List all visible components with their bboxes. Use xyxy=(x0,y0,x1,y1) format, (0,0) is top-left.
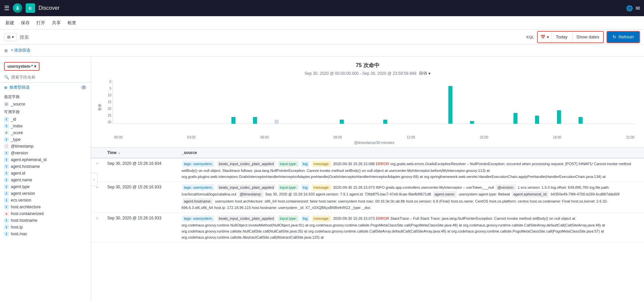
version-badge[interactable]: @version: xyxy=(496,184,516,191)
chart-bar[interactable] xyxy=(557,110,561,124)
search-input[interactable] xyxy=(20,34,524,40)
agent-host-badge[interactable]: agent.hostname: xyxy=(182,198,213,205)
log-badge[interactable]: log xyxy=(301,184,309,191)
field-score[interactable]: # _score xyxy=(0,129,91,136)
show-dates-button[interactable]: Show dates xyxy=(572,32,604,42)
ephemeral-badge[interactable]: agent.ephemeral_id: xyxy=(512,191,549,198)
codec-badge[interactable]: beats_input_codec_plain_applied xyxy=(217,215,276,222)
chart-wrap: 数量 30 25 20 15 10 5 0 xyxy=(99,80,636,134)
t-icon: t xyxy=(4,164,9,169)
clock-icon: 🕐 xyxy=(4,144,9,149)
results-table: Time ↓ _source › Sep 30, 2020 @ 15:26:16… xyxy=(91,148,644,302)
log-badge[interactable]: log xyxy=(301,161,309,167)
th-expand xyxy=(96,150,107,155)
save-button[interactable]: 保存 xyxy=(21,19,30,27)
source-type-icon: ⊙ xyxy=(4,102,9,107)
field-id[interactable]: t _id xyxy=(0,116,91,123)
chevron-down-icon: ▾ xyxy=(34,64,36,69)
tag-badge[interactable]: tags: usersystem, xyxy=(182,184,215,191)
row-expand-button[interactable]: › xyxy=(96,160,107,166)
field-host-mac[interactable]: t host.mac xyxy=(0,231,91,237)
tag-badge[interactable]: tags: usersystem, xyxy=(182,161,215,167)
row-expand-button[interactable]: › xyxy=(96,215,107,220)
index-pattern-label: usersystem-* xyxy=(7,64,33,69)
field-source[interactable]: ⊙ _source xyxy=(0,101,91,108)
field-host-arch[interactable]: t host.architecture xyxy=(0,204,91,210)
message-badge[interactable]: message: xyxy=(312,184,331,191)
table-row: › Sep 30, 2020 @ 15:26:16.933 tags: user… xyxy=(91,182,644,213)
add-filter-button[interactable]: + 添加筛选 xyxy=(11,48,30,53)
chart-bar[interactable] xyxy=(513,113,517,124)
agent-name-badge[interactable]: agent.name: xyxy=(433,191,457,198)
field-agent-id[interactable]: t agent.id xyxy=(0,170,91,177)
refresh-button[interactable]: ↻ Refresh xyxy=(607,31,640,43)
chart-bar[interactable] xyxy=(535,116,539,124)
calendar-button[interactable]: 📅 ▾ xyxy=(538,32,552,42)
message-badge[interactable]: message: xyxy=(312,215,331,222)
search-icon: 🔍 xyxy=(4,75,9,80)
input-type-badge[interactable]: input.type: xyxy=(278,184,299,191)
t-icon: t xyxy=(4,232,9,236)
field-timestamp[interactable]: 🕐 @timestamp xyxy=(0,143,91,150)
row-content[interactable]: › Sep 30, 2020 @ 15:26:16.934 tags: user… xyxy=(91,158,644,182)
field-agent-name[interactable]: t agent.name xyxy=(0,177,91,183)
log-badge[interactable]: log xyxy=(301,215,309,222)
chart-bar[interactable] xyxy=(253,117,257,124)
field-agent-version[interactable]: t agent.version xyxy=(0,190,91,197)
codec-badge[interactable]: beats_input_codec_plain_applied xyxy=(217,161,276,167)
chart-bar[interactable] xyxy=(231,117,235,124)
auto-select[interactable]: 自动 ▾ xyxy=(419,70,430,76)
timestamp-badge[interactable]: @timestamp: xyxy=(238,191,263,198)
th-time[interactable]: Time ↓ xyxy=(107,150,181,155)
tag-badge[interactable]: tags: usersystem, xyxy=(182,215,215,222)
collapse-sidebar-button[interactable]: ‹ xyxy=(91,173,97,186)
t-icon: t xyxy=(4,137,9,142)
field-host-ip[interactable]: t host.ip xyxy=(0,224,91,231)
field-agent-hostname[interactable]: t agent.hostname xyxy=(0,163,91,170)
share-button[interactable]: 共享 xyxy=(52,19,61,27)
input-type-badge[interactable]: input.type: xyxy=(278,161,299,167)
settings-icon[interactable]: 🌐 xyxy=(626,5,633,11)
field-host-containerized[interactable]: ● host.containerized xyxy=(0,210,91,217)
chart-area: 75 次命中 Sep 30, 2020 @ 00:00:00.000 - Sep… xyxy=(91,57,644,148)
y-axis: 30 25 20 15 10 5 0 xyxy=(99,80,113,124)
field-version[interactable]: t @version xyxy=(0,150,91,156)
inspect-button[interactable]: 检查 xyxy=(67,19,76,27)
codec-badge[interactable]: beats_input_codec_plain_applied xyxy=(217,184,276,191)
row-expand-button[interactable]: › xyxy=(96,184,107,189)
sidebar-search: 🔍 xyxy=(0,73,91,83)
t-icon: t xyxy=(4,191,9,196)
open-button[interactable]: 打开 xyxy=(36,19,45,27)
new-button[interactable]: 新建 xyxy=(5,19,14,27)
hamburger-icon[interactable]: ☰ xyxy=(4,4,9,12)
mail-icon[interactable]: ✉ xyxy=(636,5,640,11)
field-search-input[interactable] xyxy=(11,75,87,80)
field-agent-type[interactable]: t agent.type xyxy=(0,183,91,190)
chart-title: 75 次命中 xyxy=(99,62,636,69)
kql-badge[interactable]: KQL xyxy=(526,35,534,39)
message-badge[interactable]: message: xyxy=(312,161,331,167)
input-type-badge[interactable]: input.type: xyxy=(278,215,299,222)
field-agent-ephemeral-id[interactable]: t agent.ephemeral_id xyxy=(0,156,91,163)
chart-bar[interactable] xyxy=(470,121,474,124)
index-pattern-selector[interactable]: usersystem-* ▾ xyxy=(4,62,39,71)
table-header: Time ↓ _source xyxy=(91,148,644,158)
hash-icon: # xyxy=(4,130,9,135)
chart-bar[interactable] xyxy=(383,120,387,124)
index-selector[interactable]: ⊞ ▾ xyxy=(4,33,17,41)
row-content[interactable]: › Sep 30, 2020 @ 15:26:16.933 tags: user… xyxy=(91,213,644,242)
field-type[interactable]: t _type xyxy=(0,136,91,143)
chart-bar[interactable] xyxy=(275,120,279,124)
time-picker-value[interactable]: Today xyxy=(552,32,572,42)
row-content[interactable]: › Sep 30, 2020 @ 15:26:16.933 tags: user… xyxy=(91,182,644,213)
chart-bar[interactable] xyxy=(448,86,452,124)
field-ecs-version[interactable]: t ecs.version xyxy=(0,197,91,204)
svg-point-2 xyxy=(16,8,19,9)
t-icon: t xyxy=(4,225,9,230)
filter-type-btn[interactable]: ⊕ 按类型筛选 0 xyxy=(0,83,91,92)
field-host-hostname[interactable]: t host.hostname xyxy=(0,217,91,224)
field-index[interactable]: t _index xyxy=(0,123,91,129)
chart-bar[interactable] xyxy=(579,117,583,124)
chart-bar[interactable] xyxy=(340,120,344,124)
filter-global-icon[interactable]: ⊕ xyxy=(4,48,8,53)
